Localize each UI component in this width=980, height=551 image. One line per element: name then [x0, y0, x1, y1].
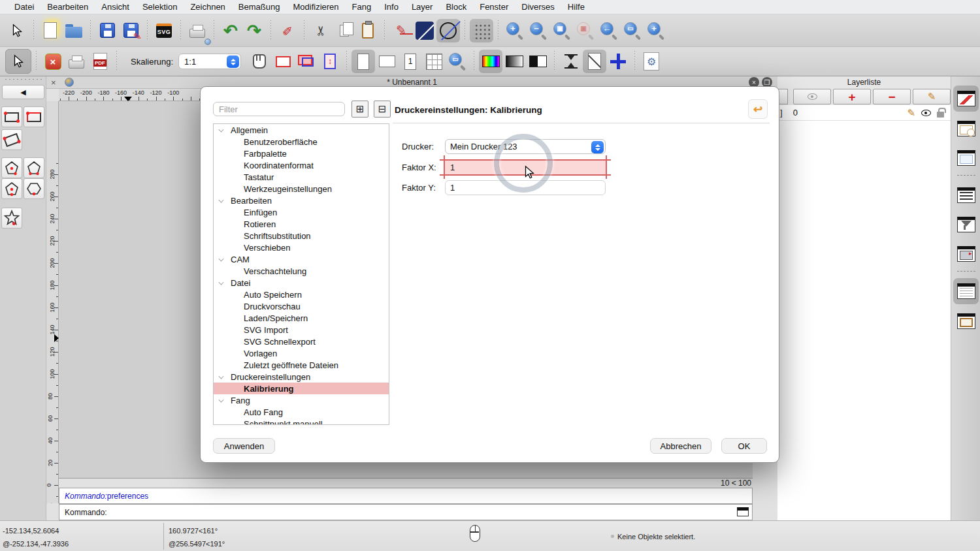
landscape-icon[interactable] [375, 50, 399, 73]
svg-export-icon[interactable]: SVG [152, 19, 176, 42]
tree-item-druckereinstellungen[interactable]: Druckereinstellungen [214, 371, 389, 383]
tree-item-vorlagen[interactable]: Vorlagen [214, 347, 389, 359]
layer-list-panel-icon[interactable] [953, 86, 979, 112]
tree-item-zuletzt-geöffnete-dateien[interactable]: Zuletzt geöffnete Dateien [214, 359, 389, 371]
menu-bemaßung[interactable]: Bemaßung [232, 2, 287, 12]
tree-item-svg-import[interactable]: SVG Import [214, 324, 389, 336]
compress-icon[interactable] [559, 50, 583, 73]
print-preview-icon[interactable] [186, 19, 209, 42]
portrait-icon[interactable] [351, 50, 375, 73]
layer-row[interactable]: ] 0 ✎ [777, 105, 951, 121]
tree-item-kalibrierung[interactable]: Kalibrierung [214, 383, 389, 394]
tree-item-koordinatenformat[interactable]: Koordinatenformat [214, 159, 389, 171]
pan-hand-icon[interactable] [248, 50, 271, 73]
save-as-icon[interactable]: ✎ [119, 19, 142, 42]
layer-visibility-button[interactable] [793, 89, 831, 104]
tree-item-laden-speichern[interactable]: Laden/Speichern [214, 312, 389, 324]
hexagon-tool[interactable] [24, 178, 44, 199]
line-tool-icon[interactable] [413, 19, 436, 42]
palette-back-button[interactable]: ◀ [2, 85, 44, 99]
tree-item-allgemein[interactable]: Allgemein [214, 124, 389, 136]
hairline-mode-icon[interactable] [583, 50, 606, 73]
rectangle-2corners-tool[interactable] [1, 106, 22, 127]
chevron-down-icon[interactable] [219, 127, 224, 133]
menu-datei[interactable]: Datei [8, 2, 41, 12]
tree-item-schriftsubstitution[interactable]: Schriftsubstitution [214, 230, 389, 242]
single-page-icon[interactable]: 1 [399, 50, 422, 73]
paste-icon[interactable] [356, 19, 380, 42]
document-tab-title[interactable]: * Unbenannt 1 [46, 78, 777, 87]
menu-selektion[interactable]: Selektion [136, 2, 184, 12]
block-list-panel-icon[interactable] [953, 116, 979, 142]
zoom-window-icon[interactable]: ▭ [621, 19, 644, 42]
apply-button[interactable]: Anwenden [213, 438, 275, 454]
polygon-center-vertex-tool[interactable] [1, 157, 22, 178]
menu-modifizieren[interactable]: Modifizieren [286, 2, 345, 12]
command-input[interactable]: Kommando: [59, 504, 753, 520]
palette-drag-handle[interactable] [4, 78, 42, 80]
full-color-icon[interactable] [479, 50, 502, 73]
open-file-icon[interactable] [62, 19, 86, 42]
chevron-down-icon[interactable] [219, 257, 224, 262]
rectangle-rotated-tool[interactable] [1, 129, 22, 150]
tree-item-datei[interactable]: Datei [214, 277, 389, 289]
print-icon[interactable] [65, 50, 88, 73]
drucker-select[interactable]: Mein Drucker 123 [445, 139, 606, 154]
zoom-page-icon[interactable]: ▭ [446, 50, 469, 73]
polygon-center-side-tool[interactable] [1, 178, 22, 199]
undo-icon[interactable]: ↶ [219, 19, 242, 42]
menu-fang[interactable]: Fang [346, 2, 378, 12]
collapse-all-button[interactable]: ⊟ [374, 101, 391, 118]
command-line-panel-icon[interactable] [953, 278, 979, 304]
tree-item-benutzeroberfläche[interactable]: Benutzeroberfläche [214, 136, 389, 148]
tree-item-svg-schnellexport[interactable]: SVG Schnellexport [214, 336, 389, 347]
draw-pencil-icon[interactable]: ✎ [389, 19, 413, 42]
zoom-auto-icon[interactable]: ▣ [550, 19, 574, 42]
crosshair-icon[interactable] [606, 50, 630, 73]
menu-info[interactable]: Info [378, 2, 405, 12]
expand-all-button[interactable]: ⊞ [351, 101, 368, 118]
ellipse-tool-icon[interactable] [436, 19, 460, 42]
selection-filter-panel-icon[interactable] [953, 212, 979, 238]
tree-item-druckvorschau[interactable]: Druckvorschau [214, 300, 389, 312]
rectangle-corner-size-tool[interactable] [24, 106, 44, 127]
tree-item-farbpalette[interactable]: Farbpalette [214, 148, 389, 159]
tree-item-bearbeiten[interactable]: Bearbeiten [214, 195, 389, 206]
menu-diverses[interactable]: Diverses [515, 2, 561, 12]
filter-input[interactable] [213, 102, 345, 116]
close-preview-icon[interactable]: × [41, 50, 65, 73]
library-browser-panel-icon[interactable] [953, 241, 979, 267]
zoom-pan-icon[interactable]: + [644, 19, 668, 42]
cut-icon[interactable]: ✂ [309, 19, 333, 42]
clipboard-panel-icon[interactable] [953, 308, 979, 334]
layer-lock-icon[interactable] [937, 112, 944, 118]
tree-item-cam[interactable]: CAM [214, 253, 389, 265]
ok-button[interactable]: OK [721, 438, 767, 454]
tree-item-rotieren[interactable]: Rotieren [214, 218, 389, 230]
zoom-out-icon[interactable]: − [527, 19, 550, 42]
tree-item-auto-speichern[interactable]: Auto Speichern [214, 289, 389, 300]
layer-edit-button[interactable]: ✎ [913, 89, 951, 104]
pointer-icon[interactable] [5, 19, 29, 42]
tree-item-werkzeugeinstellungen[interactable]: Werkzeugeinstellungen [214, 183, 389, 195]
fit-to-page-icon[interactable]: ↕ [318, 50, 342, 73]
scale-select[interactable]: 1:1 [178, 54, 241, 69]
tree-item-auto-fang[interactable]: Auto Fang [214, 406, 389, 418]
menu-ansicht[interactable]: Ansicht [95, 2, 136, 12]
layer-remove-button[interactable]: − [873, 89, 911, 104]
grayscale-icon[interactable] [502, 50, 526, 73]
tree-item-fang[interactable]: Fang [214, 394, 389, 406]
polygon-2vertices-tool[interactable] [24, 157, 44, 178]
tree-item-einfügen[interactable]: Einfügen [214, 206, 389, 218]
tree-item-verschieben[interactable]: Verschieben [214, 242, 389, 253]
paper-border-icon[interactable] [271, 50, 295, 73]
new-document-icon[interactable] [39, 19, 62, 42]
tools-icon[interactable]: ⚙ [640, 50, 663, 73]
save-icon[interactable] [95, 19, 119, 42]
tree-item-schnittpunkt-manuell[interactable]: Schnittpunkt manuell [214, 418, 389, 425]
zoom-in-icon[interactable]: + [503, 19, 527, 42]
cancel-button[interactable]: Abbrechen [650, 438, 711, 454]
layer-eye-icon[interactable] [921, 110, 931, 116]
multi-page-icon[interactable] [422, 50, 446, 73]
view-list-panel-icon[interactable] [953, 145, 979, 171]
